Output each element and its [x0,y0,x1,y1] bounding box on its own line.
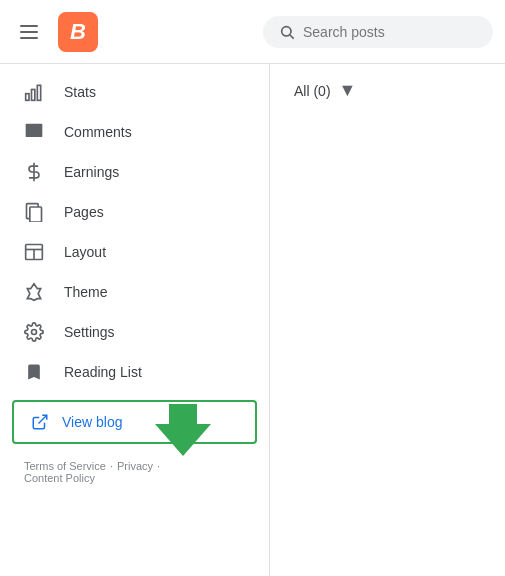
sidebar-item-settings[interactable]: Settings [0,312,261,352]
sidebar-item-layout-label: Layout [64,244,106,260]
filter-bar: All (0) ▼ [294,80,481,101]
main-layout: Stats Comments Earnings [0,64,505,576]
content-policy-link[interactable]: Content Policy [24,472,95,484]
sidebar-item-stats[interactable]: Stats [0,72,261,112]
privacy-link[interactable]: Privacy [117,460,153,472]
pages-icon [24,202,44,222]
earnings-icon [24,162,44,182]
filter-dropdown-arrow[interactable]: ▼ [339,80,357,101]
sidebar-item-pages[interactable]: Pages [0,192,261,232]
content-area: All (0) ▼ [270,64,505,576]
sidebar-item-stats-label: Stats [64,84,96,100]
view-blog-button[interactable]: View blog [12,400,257,444]
blogger-logo: B [58,12,98,52]
menu-button[interactable] [12,17,46,47]
search-bar [263,16,493,48]
svg-point-12 [32,330,37,335]
svg-point-0 [282,26,291,35]
app-header: B [0,0,505,64]
search-icon [279,24,295,40]
filter-label: All (0) [294,83,331,99]
sidebar-item-reading-list[interactable]: Reading List [0,352,261,392]
svg-rect-4 [37,85,40,100]
sidebar-item-earnings-label: Earnings [64,164,119,180]
sidebar-item-comments[interactable]: Comments [0,112,261,152]
sidebar-item-earnings[interactable]: Earnings [0,152,261,192]
theme-icon [24,282,44,302]
sidebar-item-reading-list-label: Reading List [64,364,142,380]
sidebar-item-pages-label: Pages [64,204,104,220]
reading-list-icon [24,362,44,382]
sidebar: Stats Comments Earnings [0,64,270,576]
sidebar-item-layout[interactable]: Layout [0,232,261,272]
sidebar-item-comments-label: Comments [64,124,132,140]
sidebar-footer: Terms of Service · Privacy · Content Pol… [0,452,269,492]
search-input[interactable] [303,24,477,40]
comments-icon [24,122,44,142]
svg-rect-3 [32,90,35,101]
svg-line-1 [290,35,294,39]
svg-rect-8 [30,207,42,222]
sidebar-item-theme-label: Theme [64,284,108,300]
external-link-icon [30,412,50,432]
sidebar-item-settings-label: Settings [64,324,115,340]
sidebar-item-theme[interactable]: Theme [0,272,261,312]
stats-icon [24,82,44,102]
svg-rect-2 [26,94,29,101]
view-blog-label: View blog [62,414,122,430]
annotation-arrow [155,424,211,456]
settings-icon [24,322,44,342]
layout-icon [24,242,44,262]
terms-link[interactable]: Terms of Service [24,460,106,472]
svg-rect-5 [26,124,43,137]
svg-line-13 [39,415,47,423]
